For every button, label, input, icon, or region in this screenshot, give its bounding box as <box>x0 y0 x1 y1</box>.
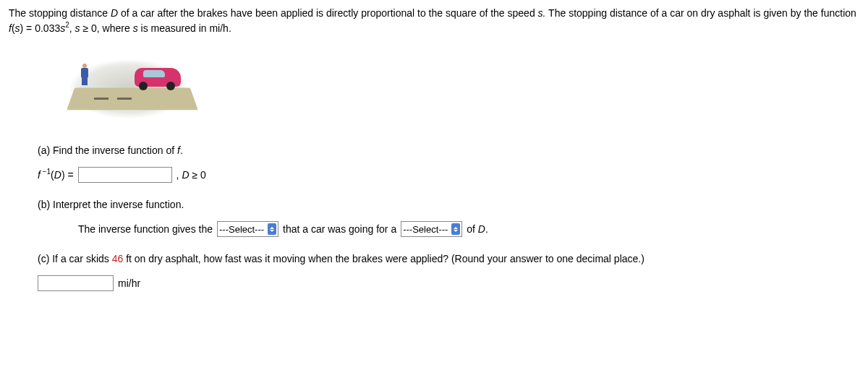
partb-tail: of D. <box>467 222 488 237</box>
part-a-dot: . <box>180 145 183 156</box>
finv-lhs: f −1(D) = <box>38 168 74 183</box>
select2[interactable]: ---Select--- <box>401 221 462 237</box>
person-icon <box>80 64 90 85</box>
partc-t2: ft on dry asphalt, how fast was it movin… <box>123 253 644 264</box>
select1[interactable]: ---Select--- <box>217 221 278 237</box>
select2-wrap: ---Select--- <box>401 221 462 237</box>
lane-mark <box>94 98 109 100</box>
lane-mark <box>117 98 132 100</box>
intro-t1: The stopping distance <box>9 7 111 19</box>
part-b-label: (b) Interpret the inverse function. <box>38 197 859 212</box>
illustration <box>49 49 859 129</box>
finv-D: D <box>54 169 61 181</box>
finv-exp: −1 <box>41 168 51 176</box>
speed-input[interactable] <box>38 275 114 291</box>
var-D: D <box>111 7 118 19</box>
formula-s3: s <box>75 22 80 34</box>
partc-t1: (c) If a car skids <box>38 253 112 264</box>
part-c-answer-row: mi/hr <box>38 275 859 291</box>
finv-input[interactable] <box>78 167 172 183</box>
after-input: , D ≥ 0 <box>176 168 206 183</box>
car-icon <box>135 68 181 87</box>
partb-start: The inverse function gives the <box>78 222 213 237</box>
part-a: (a) Find the inverse function of f. f −1… <box>38 143 859 183</box>
part-a-label: (a) Find the inverse function of f. <box>38 143 859 158</box>
part-a-text: (a) Find the inverse function of <box>38 145 177 156</box>
select1-wrap: ---Select--- <box>217 221 278 237</box>
partc-unit: mi/hr <box>118 276 140 291</box>
intro-t4: , <box>69 22 75 34</box>
partb-tail-D: D <box>478 223 485 235</box>
partc-skid-value: 46 <box>112 253 124 264</box>
intro-t5: ≥ 0, where <box>80 22 133 34</box>
partb-tail-of: of <box>467 223 478 235</box>
formula-s4: s <box>133 22 138 34</box>
intro-t2: of a car after the brakes have been appl… <box>118 7 538 19</box>
road <box>67 88 198 111</box>
part-c-label: (c) If a car skids 46 ft on dry asphalt,… <box>38 251 859 267</box>
var-s: s. <box>538 7 546 19</box>
intro-t6: is measured in mi/h. <box>138 22 231 34</box>
problem-intro: The stopping distance D of a car after t… <box>9 6 859 36</box>
part-b: (b) Interpret the inverse function. The … <box>38 197 859 237</box>
part-b-answer-row: The inverse function gives the ---Select… <box>78 221 859 237</box>
partb-tail-dot: . <box>485 223 488 235</box>
part-a-answer-row: f −1(D) = , D ≥ 0 <box>38 167 859 183</box>
formula-s: s <box>15 22 20 34</box>
intro-t3: The stopping distance of a car on dry as… <box>545 7 856 19</box>
cond-text: ≥ 0 <box>190 169 206 181</box>
part-c: (c) If a car skids 46 ft on dry asphalt,… <box>38 251 859 291</box>
formula-t2: ) = 0.033 <box>20 22 61 34</box>
skid-scene <box>49 49 208 129</box>
partb-mid: that a car was going for a <box>283 222 396 237</box>
finv-close: ) = <box>61 169 74 181</box>
cond-D: D <box>182 169 189 181</box>
